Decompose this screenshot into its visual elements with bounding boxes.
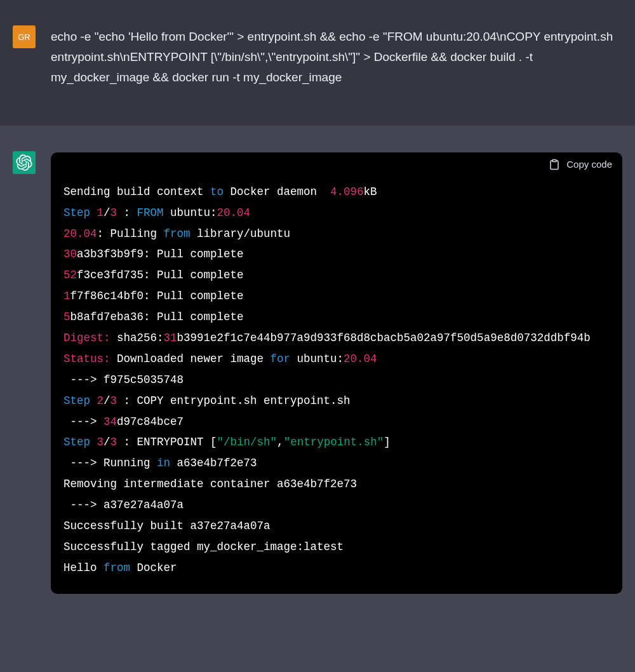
user-message-row: GR echo -e "echo 'Hello from Docker'" > … bbox=[0, 0, 635, 126]
copy-code-button[interactable]: Copy code bbox=[549, 159, 612, 170]
copy-code-label: Copy code bbox=[566, 159, 612, 170]
user-message-text: echo -e "echo 'Hello from Docker'" > ent… bbox=[51, 25, 622, 88]
assistant-message-content: Copy code Sending build context to Docke… bbox=[51, 151, 622, 594]
code-body[interactable]: Sending build context to Docker daemon 4… bbox=[51, 177, 622, 594]
openai-logo-icon bbox=[16, 154, 32, 171]
user-avatar: GR bbox=[13, 25, 36, 48]
code-header: Copy code bbox=[51, 152, 622, 177]
code-block: Copy code Sending build context to Docke… bbox=[51, 152, 622, 594]
clipboard-icon bbox=[549, 159, 560, 170]
assistant-avatar bbox=[13, 151, 36, 174]
assistant-message-row: Copy code Sending build context to Docke… bbox=[0, 126, 635, 607]
user-initials: GR bbox=[18, 32, 30, 42]
svg-rect-0 bbox=[552, 159, 556, 161]
